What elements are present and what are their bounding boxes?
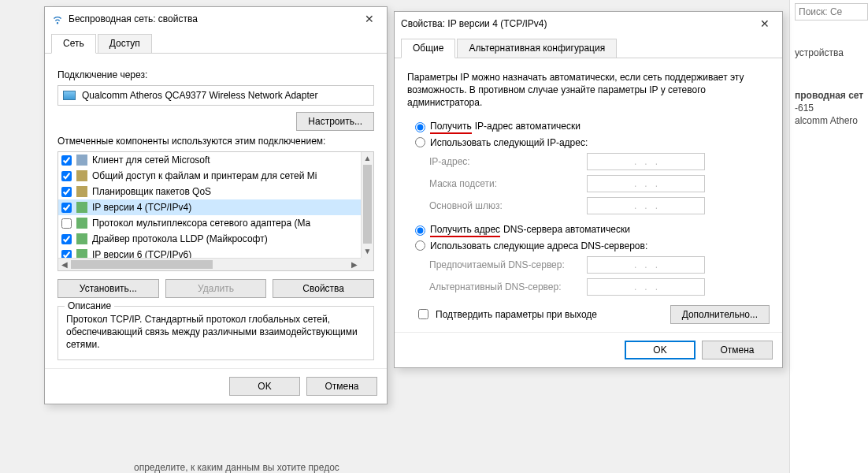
subnet-mask-input: . . . xyxy=(587,175,705,192)
description-text: Протокол TCP/IP. Стандартный протокол гл… xyxy=(66,313,365,352)
component-row[interactable]: Общий доступ к файлам и принтерам для се… xyxy=(58,168,373,184)
wifi-icon xyxy=(51,13,64,25)
validate-checkbox-row[interactable]: Подтвердить параметры при выходе xyxy=(415,307,597,322)
info-text: Параметры IP можно назначать автоматичес… xyxy=(407,71,770,110)
gateway-label: Основной шлюз: xyxy=(429,200,587,211)
titlebar[interactable]: Свойства: IP версии 4 (TCP/IPv4) ✕ xyxy=(395,12,782,35)
background-panel: Поиск: Се устройства проводная сет -615 … xyxy=(789,0,868,473)
radio-label-part1: Получить xyxy=(430,121,472,134)
validate-label: Подтвердить параметры при выходе xyxy=(436,309,597,320)
scrollbar-vertical[interactable]: ▲ ▼ xyxy=(361,152,373,258)
preferred-dns-label: Предпочитаемый DNS-сервер: xyxy=(429,259,587,270)
component-icon xyxy=(76,202,87,213)
dialog-title: Свойства: IP версии 4 (TCP/IPv4) xyxy=(401,18,752,29)
scroll-left-icon[interactable]: ◀ xyxy=(58,259,71,270)
bg-text: alcomm Athero xyxy=(795,115,868,126)
dialog-ipv4-properties: Свойства: IP версии 4 (TCP/IPv4) ✕ Общие… xyxy=(394,11,783,368)
configure-button[interactable]: Настроить... xyxy=(296,112,374,131)
component-icon xyxy=(76,170,87,181)
close-icon[interactable]: ✕ xyxy=(357,9,382,28)
component-checkbox[interactable] xyxy=(61,218,72,229)
adapter-box: Qualcomm Atheros QCA9377 Wireless Networ… xyxy=(57,85,374,106)
component-label: IP версии 4 (TCP/IPv4) xyxy=(92,202,191,213)
dialog-title: Беспроводная сеть: свойства xyxy=(69,13,357,24)
component-label: Клиент для сетей Microsoft xyxy=(92,155,210,166)
tab-bar: Общие Альтернативная конфигурация xyxy=(395,35,782,58)
component-row[interactable]: IP версии 4 (TCP/IPv4) xyxy=(58,199,373,215)
install-button[interactable]: Установить... xyxy=(57,279,159,298)
radio-ip-manual[interactable]: Использовать следующий IP-адрес: xyxy=(415,137,770,148)
advanced-button[interactable]: Дополнительно... xyxy=(670,305,770,324)
component-list[interactable]: Клиент для сетей MicrosoftОбщий доступ к… xyxy=(57,151,374,271)
cancel-button[interactable]: Отмена xyxy=(306,377,377,396)
bg-text: проводная сет xyxy=(795,90,868,101)
radio-label: Использовать следующие адреса DNS-сервер… xyxy=(430,240,647,251)
validate-checkbox[interactable] xyxy=(418,309,428,319)
preferred-dns-input: . . . xyxy=(587,256,705,274)
tab-network[interactable]: Сеть xyxy=(51,34,96,54)
gateway-input: . . . xyxy=(587,197,705,214)
remove-button: Удалить xyxy=(165,279,267,298)
close-icon[interactable]: ✕ xyxy=(752,14,777,33)
scroll-right-icon[interactable]: ▶ xyxy=(348,259,361,270)
truncated-hint-text: определите, к каким данным вы хотите пре… xyxy=(134,462,339,473)
search-input-fragment[interactable]: Поиск: Се xyxy=(795,3,868,20)
scroll-down-icon[interactable]: ▼ xyxy=(362,245,373,258)
radio-input[interactable] xyxy=(415,122,425,132)
adapter-name: Qualcomm Atheros QCA9377 Wireless Networ… xyxy=(82,90,317,101)
component-checkbox[interactable] xyxy=(61,155,72,166)
component-icon xyxy=(76,233,87,244)
dialog-network-properties: Беспроводная сеть: свойства ✕ Сеть Досту… xyxy=(44,6,388,404)
tab-general[interactable]: Общие xyxy=(401,39,455,58)
component-checkbox[interactable] xyxy=(61,171,72,181)
radio-input[interactable] xyxy=(415,240,425,251)
radio-label: Использовать следующий IP-адрес: xyxy=(430,137,588,148)
connect-via-label: Подключение через: xyxy=(57,69,374,80)
component-checkbox[interactable] xyxy=(61,203,72,213)
radio-label-part2: IP-адрес автоматически xyxy=(475,121,581,132)
radio-ip-auto[interactable]: ПолучитьIP-адрес автоматически xyxy=(415,121,770,134)
component-label: Общий доступ к файлам и принтерам для се… xyxy=(92,170,317,181)
cancel-button[interactable]: Отмена xyxy=(702,341,773,359)
subnet-mask-label: Маска подсети: xyxy=(429,178,587,189)
alt-dns-input: . . . xyxy=(587,278,705,296)
ok-button[interactable]: OK xyxy=(625,341,696,359)
component-row[interactable]: Планировщик пакетов QoS xyxy=(58,184,373,199)
ip-address-label: IP-адрес: xyxy=(429,156,587,167)
bg-text: устройства xyxy=(795,47,868,58)
adapter-icon xyxy=(63,91,76,100)
scroll-up-icon[interactable]: ▲ xyxy=(362,152,373,165)
component-row[interactable]: Клиент для сетей Microsoft xyxy=(58,152,373,168)
radio-input[interactable] xyxy=(415,137,425,147)
properties-button[interactable]: Свойства xyxy=(273,279,374,298)
component-checkbox[interactable] xyxy=(61,234,72,244)
component-row[interactable]: Протокол мультиплексора сетевого адаптер… xyxy=(58,215,373,231)
component-row[interactable]: Драйвер протокола LLDP (Майкрософт) xyxy=(58,231,373,247)
radio-label-part1: Получить адрес xyxy=(430,224,500,237)
alt-dns-label: Альтернативный DNS-сервер: xyxy=(429,281,587,292)
scroll-corner xyxy=(361,258,373,270)
component-checkbox[interactable] xyxy=(61,187,72,197)
scroll-thumb[interactable] xyxy=(71,260,213,269)
tab-alt-config[interactable]: Альтернативная конфигурация xyxy=(457,39,617,58)
radio-label-part2: DNS-сервера автоматически xyxy=(503,224,630,235)
tab-access[interactable]: Доступ xyxy=(98,34,152,53)
component-icon xyxy=(76,186,87,197)
radio-dns-auto[interactable]: Получить адресDNS-сервера автоматически xyxy=(415,224,770,237)
components-label: Отмеченные компоненты используются этим … xyxy=(57,136,374,147)
scroll-thumb[interactable] xyxy=(363,165,372,244)
radio-input[interactable] xyxy=(415,225,425,236)
titlebar[interactable]: Беспроводная сеть: свойства ✕ xyxy=(45,7,387,31)
component-icon xyxy=(76,155,87,166)
component-label: Драйвер протокола LLDP (Майкрософт) xyxy=(92,233,268,244)
tab-bar: Сеть Доступ xyxy=(45,31,387,54)
description-legend: Описание xyxy=(65,300,114,311)
ok-button[interactable]: OK xyxy=(229,377,300,396)
component-label: Планировщик пакетов QoS xyxy=(92,186,211,197)
bg-text: -615 xyxy=(795,102,868,114)
component-icon xyxy=(76,218,87,229)
scrollbar-horizontal[interactable]: ◀ ▶ xyxy=(58,258,361,270)
radio-dns-manual[interactable]: Использовать следующие адреса DNS-сервер… xyxy=(415,240,770,251)
component-label: Протокол мультиплексора сетевого адаптер… xyxy=(92,218,310,229)
ip-address-input: . . . xyxy=(587,153,705,170)
